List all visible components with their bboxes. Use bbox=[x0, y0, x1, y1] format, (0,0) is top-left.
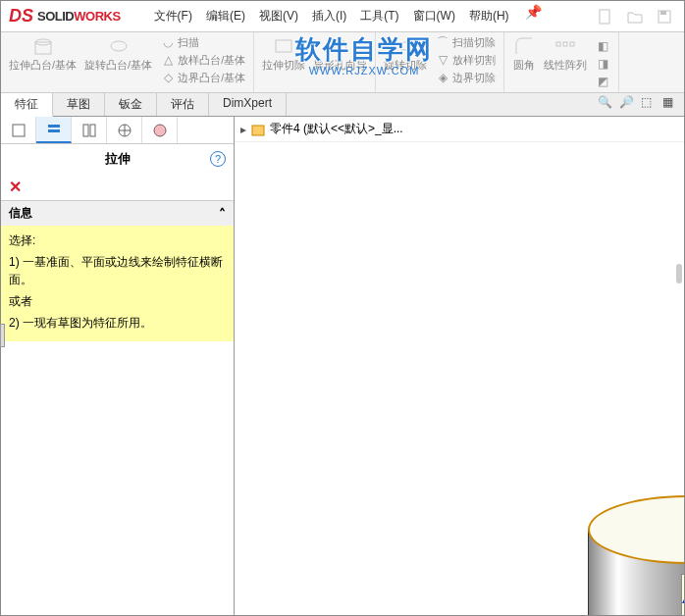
menu-items: 文件(F) 编辑(E) 视图(V) 插入(I) 工具(T) 窗口(W) 帮助(H… bbox=[148, 4, 542, 28]
extrude-cut-icon bbox=[272, 34, 295, 58]
boundary-cut-icon: ◈ bbox=[435, 70, 450, 85]
pin-icon[interactable]: 📌 bbox=[525, 4, 542, 28]
breadcrumb-arrow-icon[interactable]: ▸ bbox=[240, 123, 246, 136]
ribbon: 拉伸凸台/基体 旋转凸台/基体 ◡扫描 △放样凸台/基体 ◇边界凸台/基体 拉伸… bbox=[1, 32, 684, 93]
graphics-area[interactable]: 凸台-拉伸1 ✶ bbox=[235, 142, 684, 613]
config-tab[interactable] bbox=[72, 117, 107, 143]
svg-rect-0 bbox=[600, 10, 609, 24]
workspace: 拉伸 ? ✕ 信息 ˄ 选择: 1) 一基准面、平面或边线来绘制特征横断面。 或… bbox=[1, 117, 684, 616]
svg-rect-16 bbox=[90, 125, 95, 136]
svg-rect-2 bbox=[660, 11, 666, 15]
extrude-cut-button[interactable]: 拉伸切除 bbox=[258, 34, 309, 71]
revolve-boss-button[interactable]: 旋转凸台/基体 bbox=[80, 34, 156, 85]
option-2: 2) 一现有草图为特征所用。 bbox=[9, 314, 226, 332]
svg-rect-13 bbox=[48, 125, 60, 128]
info-section: 信息 ˄ 选择: 1) 一基准面、平面或边线来绘制特征横断面。 或者 2) 一现… bbox=[1, 200, 234, 341]
quick-access bbox=[594, 5, 684, 28]
panel-tabs bbox=[1, 117, 234, 144]
boundary-icon: ◇ bbox=[160, 70, 176, 85]
cancel-button[interactable]: ✕ bbox=[9, 179, 22, 195]
viewport: ▸ 零件4 (默认<<默认>_显... 凸台-拉伸1 ✶ bbox=[235, 117, 684, 616]
sweep-button[interactable]: ◡扫描 bbox=[160, 34, 199, 50]
pm-header: 拉伸 ? bbox=[1, 144, 234, 174]
info-header[interactable]: 信息 ˄ bbox=[1, 201, 234, 226]
sweep-cut-button[interactable]: ⌒扫描切除 bbox=[435, 34, 496, 50]
or-label: 或者 bbox=[9, 292, 226, 310]
select-label: 选择: bbox=[9, 231, 226, 249]
origin-triad[interactable]: ✶ bbox=[671, 595, 685, 616]
menu-file[interactable]: 文件(F) bbox=[148, 4, 198, 28]
scrollbar-thumb[interactable] bbox=[676, 264, 682, 283]
feature-tree-tab[interactable] bbox=[1, 117, 36, 143]
pm-actions: ✕ bbox=[1, 174, 234, 200]
rib-icon[interactable]: ◧ bbox=[595, 38, 610, 54]
help-icon[interactable]: ? bbox=[210, 151, 226, 167]
zoom-area-icon[interactable]: 🔎 bbox=[619, 95, 637, 113]
hole-wizard-button[interactable]: 异形孔向导 bbox=[309, 34, 371, 71]
loft-cut-icon: ▽ bbox=[435, 52, 450, 68]
info-heading: 信息 bbox=[9, 205, 32, 222]
fillet-icon bbox=[512, 34, 536, 58]
svg-point-7 bbox=[335, 40, 346, 52]
solidworks-logo-icon: DS bbox=[9, 6, 33, 26]
ribbon-group-cut2: 旋转切除 ⌒扫描切除 ▽放样切割 ◈边界切除 bbox=[376, 32, 504, 92]
svg-rect-22 bbox=[252, 126, 264, 135]
revolve-cut-button[interactable]: 旋转切除 bbox=[380, 34, 431, 85]
tab-dimxpert[interactable]: DimXpert bbox=[209, 93, 287, 116]
pm-title: 拉伸 bbox=[105, 150, 131, 168]
extrude-boss-button[interactable]: 拉伸凸台/基体 bbox=[5, 34, 80, 85]
svg-point-8 bbox=[398, 42, 412, 50]
menu-view[interactable]: 视图(V) bbox=[253, 4, 304, 28]
svg-rect-9 bbox=[556, 42, 560, 46]
open-icon[interactable] bbox=[623, 5, 647, 28]
shell-icon[interactable]: ◩ bbox=[595, 74, 610, 89]
sweep-cut-icon: ⌒ bbox=[435, 34, 450, 50]
property-manager-tab[interactable] bbox=[36, 117, 72, 143]
menu-window[interactable]: 窗口(W) bbox=[407, 4, 461, 28]
save-icon[interactable] bbox=[653, 5, 676, 28]
menu-insert[interactable]: 插入(I) bbox=[306, 4, 352, 28]
option-1: 1) 一基准面、平面或边线来绘制特征横断面。 bbox=[9, 253, 226, 288]
svg-point-5 bbox=[111, 41, 127, 51]
tab-feature[interactable]: 特征 bbox=[1, 93, 53, 117]
appearance-tab[interactable] bbox=[142, 117, 178, 143]
panel-resize-handle[interactable] bbox=[0, 324, 5, 347]
new-icon[interactable] bbox=[594, 5, 617, 28]
fillet-button[interactable]: 圆角 bbox=[508, 34, 540, 89]
property-manager-panel: 拉伸 ? ✕ 信息 ˄ 选择: 1) 一基准面、平面或边线来绘制特征横断面。 或… bbox=[1, 117, 235, 616]
app-logo: DS SOLIDWORKS bbox=[1, 6, 129, 26]
tab-sheetmetal[interactable]: 钣金 bbox=[105, 93, 157, 116]
boundary-cut-button[interactable]: ◈边界切除 bbox=[435, 70, 496, 85]
view-toolbar: 🔍 🔎 ⬚ ▦ bbox=[598, 95, 680, 113]
menu-help[interactable]: 帮助(H) bbox=[463, 4, 515, 28]
breadcrumb: ▸ 零件4 (默认<<默认>_显... bbox=[235, 117, 684, 142]
part-icon bbox=[250, 122, 266, 137]
tab-sketch[interactable]: 草图 bbox=[53, 93, 105, 116]
pattern-icon bbox=[553, 34, 577, 58]
svg-rect-10 bbox=[563, 42, 567, 46]
chevron-up-icon: ˄ bbox=[219, 206, 226, 222]
zoom-fit-icon[interactable]: 🔍 bbox=[598, 95, 615, 113]
revolve-icon bbox=[107, 34, 131, 58]
hole-icon bbox=[329, 34, 352, 58]
menubar: DS SOLIDWORKS 文件(F) 编辑(E) 视图(V) 插入(I) 工具… bbox=[1, 1, 684, 32]
tab-evaluate[interactable]: 评估 bbox=[157, 93, 209, 116]
loft-cut-button[interactable]: ▽放样切割 bbox=[435, 52, 496, 68]
loft-button[interactable]: △放样凸台/基体 bbox=[160, 52, 245, 68]
view-orient-icon[interactable]: ⬚ bbox=[641, 95, 659, 113]
svg-rect-6 bbox=[276, 40, 291, 52]
command-tabbar: 特征 草图 钣金 评估 DimXpert 🔍 🔎 ⬚ ▦ bbox=[1, 93, 684, 117]
ribbon-group-features: 拉伸凸台/基体 旋转凸台/基体 ◡扫描 △放样凸台/基体 ◇边界凸台/基体 bbox=[1, 32, 254, 92]
draft-icon[interactable]: ◨ bbox=[595, 56, 610, 72]
ribbon-group-modify: 圆角 线性阵列 ◧ ◨ ◩ bbox=[504, 32, 619, 92]
extrude-icon bbox=[31, 34, 55, 58]
boundary-button[interactable]: ◇边界凸台/基体 bbox=[160, 70, 245, 85]
dimxpert-tab[interactable] bbox=[107, 117, 142, 143]
sweep-icon: ◡ bbox=[160, 34, 176, 50]
display-style-icon[interactable]: ▦ bbox=[662, 95, 680, 113]
linear-pattern-button[interactable]: 线性阵列 bbox=[540, 34, 591, 89]
breadcrumb-part[interactable]: 零件4 (默认<<默认>_显... bbox=[270, 121, 403, 137]
menu-tools[interactable]: 工具(T) bbox=[354, 4, 404, 28]
menu-edit[interactable]: 编辑(E) bbox=[200, 4, 251, 28]
svg-rect-12 bbox=[13, 125, 25, 136]
